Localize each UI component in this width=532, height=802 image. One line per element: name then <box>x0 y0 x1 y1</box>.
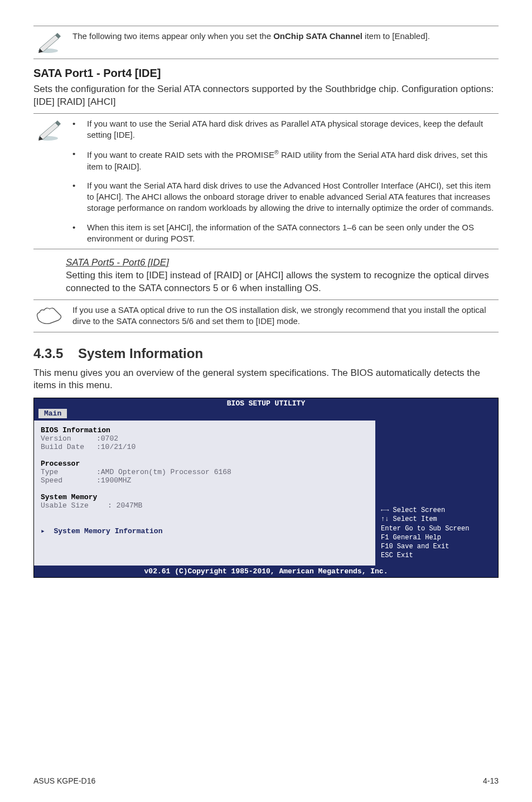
bios-help-l4: F1 General Help <box>381 533 492 542</box>
section-num: 4.3.5 <box>33 346 78 361</box>
bios-cpu-speed: Speed:1900MHZ <box>41 476 369 485</box>
footer-right: 4-13 <box>483 776 499 785</box>
para-sata-port5-6: Setting this item to [IDE] instead of [R… <box>66 269 499 295</box>
note-1-pre: The following two items appear only when… <box>72 31 273 41</box>
subhead-sata-port5-6: SATA Port5 - Port6 [IDE] <box>66 257 499 268</box>
note-block-2: •If you want to use the Serial ATA hard … <box>33 113 499 249</box>
bios-builddate: Build Date:10/21/10 <box>41 443 369 451</box>
bios-cpu-type: Type:AMD Opteron(tm) Processor 6168 <box>41 468 369 476</box>
bios-tab-main: Main <box>38 409 67 418</box>
footer-left: ASUS KGPE-D16 <box>33 776 95 785</box>
heading-sata-port1-4: SATA Port1 - Port4 [IDE] <box>33 67 499 80</box>
bullet-2: •If you want to create RAID sets with th… <box>72 148 499 172</box>
bios-tabbar: Main <box>34 409 498 421</box>
bios-sysmem: System Memory <box>41 493 369 501</box>
note-block-1: The following two items appear only when… <box>33 26 499 59</box>
bullet-4: •When this item is set [AHCI], the infor… <box>72 222 499 245</box>
bios-right-pane: ←→ Select Screen ↑↓ Select Item Enter Go… <box>375 421 498 566</box>
bullet-4-text: When this item is set [AHCI], the inform… <box>87 222 499 245</box>
bullet-3-text: If you want the Serial ATA hard disk dri… <box>87 180 499 214</box>
note-1-bold: OnChip SATA Channel <box>273 31 362 41</box>
bios-help: ←→ Select Screen ↑↓ Select Item Enter Go… <box>381 506 492 560</box>
page-footer: ASUS KGPE-D16 4-13 <box>33 776 499 785</box>
bios-help-l5: F10 Save and Exit <box>381 542 492 551</box>
hand-icon <box>33 305 65 326</box>
note-2-body: •If you want to use the Serial ATA hard … <box>72 118 499 244</box>
pencil-icon <box>33 31 65 54</box>
note-1-text: The following two items appear only when… <box>72 31 499 42</box>
bullet-1-text: If you want to use the Serial ATA hard d… <box>87 118 499 141</box>
bios-help-l2: ↑↓ Select Item <box>381 515 492 524</box>
bios-screenshot: BIOS SETUP UTILITY Main BIOS Information… <box>33 398 499 578</box>
section-heading: 4.3.5System Information <box>33 346 499 361</box>
bullet-2-text: If you want to create RAID sets with the… <box>87 148 499 172</box>
bios-help-l1: ←→ Select Screen <box>381 506 492 515</box>
bios-processor: Processor <box>41 460 369 468</box>
section-title: System Information <box>78 346 203 361</box>
note-block-3: If you use a SATA optical drive to run t… <box>33 299 499 332</box>
bios-help-l3: Enter Go to Sub Screen <box>381 524 492 533</box>
bios-footer: v02.61 (C)Copyright 1985-2010, American … <box>34 566 498 577</box>
bios-usable: Usable Size: 2047MB <box>41 501 369 510</box>
pencil-icon <box>33 118 65 142</box>
bios-help-l6: ESC Exit <box>381 551 492 560</box>
bios-title: BIOS SETUP UTILITY <box>34 398 498 409</box>
note-3-text: If you use a SATA optical drive to run t… <box>72 305 499 327</box>
bios-meminfo: ▸ System Memory Information <box>41 526 369 535</box>
bullet-3: •If you want the Serial ATA hard disk dr… <box>72 180 499 214</box>
section-para: This menu gives you an overview of the g… <box>33 367 499 393</box>
bios-left-pane: BIOS Information Version:0702 Build Date… <box>34 421 375 566</box>
bios-version: Version:0702 <box>41 434 369 443</box>
para-sata-port1-4: Sets the configuration for the Serial AT… <box>33 83 499 109</box>
note-1-post: item to [Enabled]. <box>362 31 430 41</box>
bullet-1: •If you want to use the Serial ATA hard … <box>72 118 499 141</box>
bios-biosinfo: BIOS Information <box>41 426 369 434</box>
